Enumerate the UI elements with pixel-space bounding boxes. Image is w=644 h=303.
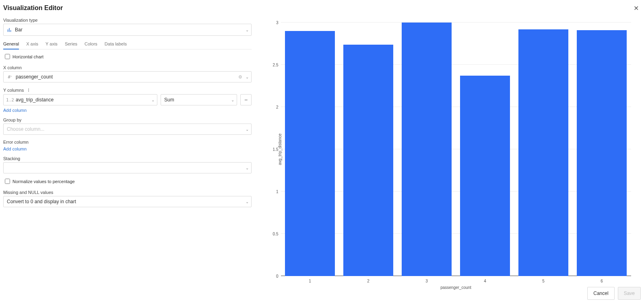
close-button[interactable]: ✕ <box>631 3 641 13</box>
groupby-label: Group by <box>3 117 252 122</box>
float-type-icon: 1.2 <box>7 97 13 103</box>
normalize-label: Normalize values to percentage <box>12 179 75 184</box>
chart-bar[interactable] <box>518 29 568 276</box>
tab-series[interactable]: Series <box>65 40 77 49</box>
chevron-down-icon: ⌄ <box>246 75 249 79</box>
x-tick-label: 1 <box>309 279 311 283</box>
bar-chart-preview: avg_trip_distance passenger_count 00.511… <box>261 19 635 293</box>
chevron-down-icon: ⌄ <box>246 200 249 204</box>
number-type-icon: #₅ <box>7 74 13 80</box>
settings-panel: Visualization type Bar ⌄ General X axis … <box>0 16 255 303</box>
horizontal-chart-checkbox[interactable] <box>5 54 10 59</box>
chart-bar[interactable] <box>343 45 393 276</box>
chart-plot-area: avg_trip_distance passenger_count 00.511… <box>281 23 631 276</box>
y-tick-label: 3 <box>270 21 279 25</box>
dialog-header: Visualization Editor ✕ <box>0 0 644 16</box>
horizontal-chart-label: Horizontal chart <box>12 54 43 59</box>
horizontal-chart-checkbox-row[interactable]: Horizontal chart <box>3 53 252 60</box>
x-tick-label: 5 <box>542 279 545 283</box>
y-gridline <box>281 22 631 23</box>
xcol-value: passenger_count <box>16 74 53 80</box>
groupby-select[interactable]: Choose column... ⌄ <box>3 124 252 135</box>
viz-type-label: Visualization type <box>3 18 252 23</box>
xcol-select[interactable]: #₅ passenger_count ⚙ ⌄ <box>3 71 252 82</box>
chart-bar[interactable] <box>402 23 451 276</box>
add-errcol-link[interactable]: Add column <box>3 146 252 151</box>
tab-data-labels[interactable]: Data labels <box>105 40 127 49</box>
chart-preview-panel: avg_trip_distance passenger_count 00.511… <box>255 16 644 303</box>
y-tick-label: 2 <box>270 105 279 109</box>
normalize-checkbox[interactable] <box>5 179 10 184</box>
ycols-menu-button[interactable] <box>26 87 31 93</box>
tab-y-axis[interactable]: Y axis <box>45 40 58 49</box>
y-tick-label: 0.5 <box>270 232 279 236</box>
ycol-select[interactable]: 1.2 avg_trip_distance ⌄ <box>3 94 157 105</box>
save-button[interactable]: Save <box>618 287 641 300</box>
gear-icon[interactable]: ⚙ <box>238 74 242 80</box>
xcol-label: X column <box>3 65 252 70</box>
cancel-button[interactable]: Cancel <box>587 287 614 300</box>
missing-value: Convert to 0 and display in chart <box>7 199 76 204</box>
dialog-title: Visualization Editor <box>3 4 63 12</box>
chart-bar[interactable] <box>577 30 626 276</box>
tab-colors[interactable]: Colors <box>85 40 97 49</box>
dialog-body: Visualization type Bar ⌄ General X axis … <box>0 16 644 303</box>
tab-x-axis[interactable]: X axis <box>26 40 38 49</box>
dialog-footer: Cancel Save <box>587 287 641 300</box>
stacking-select[interactable]: ⌄ <box>3 162 252 173</box>
missing-select[interactable]: Convert to 0 and display in chart ⌄ <box>3 196 252 207</box>
ycol-remove-button[interactable]: − <box>240 94 252 105</box>
ycols-label: Y columns <box>3 88 24 93</box>
ycol-value: avg_trip_distance <box>16 97 54 103</box>
ycol-agg-value: Sum <box>164 97 174 103</box>
settings-tabs: General X axis Y axis Series Colors Data… <box>3 40 252 49</box>
chevron-down-icon: ⌄ <box>246 166 249 170</box>
tab-general[interactable]: General <box>3 40 19 49</box>
chevron-down-icon: ⌄ <box>246 127 249 132</box>
x-tick-label: 4 <box>484 279 486 283</box>
stacking-label: Stacking <box>3 156 252 161</box>
ycol-agg-select[interactable]: Sum ⌄ <box>161 94 237 105</box>
normalize-checkbox-row[interactable]: Normalize values to percentage <box>3 177 252 185</box>
chevron-down-icon: ⌄ <box>151 98 155 102</box>
x-tick-label: 2 <box>367 279 369 283</box>
x-tick-label: 3 <box>425 279 428 283</box>
y-tick-label: 1 <box>270 190 279 194</box>
viz-type-select[interactable]: Bar ⌄ <box>3 24 252 36</box>
add-ycol-link[interactable]: Add column <box>3 108 252 113</box>
chevron-down-icon: ⌄ <box>246 28 249 32</box>
close-icon: ✕ <box>634 4 639 12</box>
bar-chart-icon <box>7 27 12 33</box>
visualization-editor-dialog: Visualization Editor ✕ Visualization typ… <box>0 0 644 303</box>
errcol-label: Error column <box>3 140 252 144</box>
x-tick-label: 6 <box>601 279 603 283</box>
viz-type-value: Bar <box>15 27 23 33</box>
minus-icon: − <box>244 97 248 103</box>
missing-label: Missing and NULL values <box>3 190 252 195</box>
y-tick-label: 2.5 <box>270 63 279 67</box>
y-tick-label: 0 <box>270 274 279 278</box>
y-tick-label: 1.5 <box>270 147 279 152</box>
chart-bar[interactable] <box>460 76 510 276</box>
chevron-down-icon: ⌄ <box>231 98 234 102</box>
x-axis-label: passenger_count <box>440 285 471 290</box>
chart-bar[interactable] <box>285 31 334 276</box>
groupby-placeholder: Choose column... <box>7 126 44 132</box>
